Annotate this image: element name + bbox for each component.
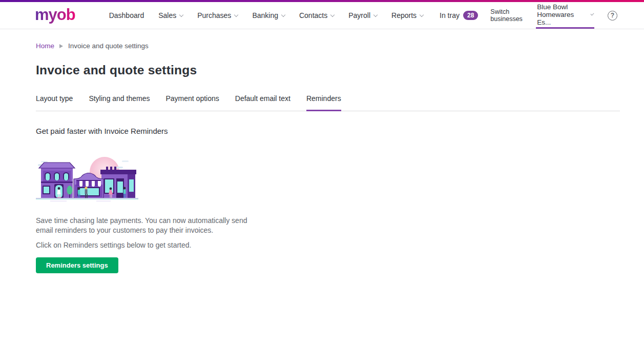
help-icon: ? [608, 11, 617, 21]
nav-in-tray[interactable]: In tray 28 [440, 11, 478, 20]
chevron-down-icon [373, 12, 378, 16]
reminders-settings-button[interactable]: Reminders settings [36, 257, 118, 273]
breadcrumb-current: Invoice and quote settings [68, 42, 149, 50]
nav-dashboard-label: Dashboard [109, 11, 144, 19]
nav-right: In tray 28 Switch businesses Blue Bowl H… [423, 2, 617, 29]
tab-default-email-text[interactable]: Default email text [235, 94, 290, 111]
chevron-down-icon [590, 12, 594, 15]
nav-bar: myob Dashboard Sales Purchases Banking C… [0, 2, 644, 29]
switch-businesses-link[interactable]: Switch businesses [490, 8, 523, 23]
breadcrumb: Home Invoice and quote settings [36, 42, 620, 50]
page-title: Invoice and quote settings [36, 63, 620, 77]
nav-payroll[interactable]: Payroll [348, 11, 377, 19]
tab-payment-options[interactable]: Payment options [165, 94, 219, 111]
nav-sales-label: Sales [158, 11, 176, 19]
nav-reports[interactable]: Reports [391, 11, 423, 19]
settings-tabs: Layout type Styling and themes Payment o… [36, 94, 620, 111]
business-selector[interactable]: Blue Bowl Homewares Es... [536, 2, 594, 29]
nav-contacts-label: Contacts [299, 11, 327, 19]
breadcrumb-home-link[interactable]: Home [36, 42, 54, 50]
help-button[interactable]: ? [608, 11, 617, 21]
top-nav: myob Dashboard Sales Purchases Banking C… [0, 0, 644, 29]
nav-purchases[interactable]: Purchases [197, 11, 238, 19]
reminders-heading: Get paid faster with Invoice Reminders [36, 127, 620, 135]
main-content: Home Invoice and quote settings Invoice … [0, 42, 644, 273]
in-tray-label: In tray [440, 11, 460, 19]
nav-reports-label: Reports [391, 11, 417, 19]
tab-reminders[interactable]: Reminders [306, 94, 341, 111]
chevron-down-icon [330, 12, 335, 16]
nav-purchases-label: Purchases [197, 11, 231, 19]
nav-contacts[interactable]: Contacts [299, 11, 334, 19]
nav-payroll-label: Payroll [348, 11, 370, 19]
nav-dashboard[interactable]: Dashboard [109, 11, 144, 19]
myob-logo[interactable]: myob [35, 7, 75, 25]
reminders-description: Save time chasing late payments. You can… [36, 216, 250, 235]
nav-sales[interactable]: Sales [158, 11, 183, 19]
breadcrumb-arrow-icon [59, 44, 63, 48]
chevron-down-icon [179, 12, 183, 16]
chevron-down-icon [234, 12, 238, 16]
business-name: Blue Bowl Homewares Es... [537, 3, 588, 26]
main-nav: Dashboard Sales Purchases Banking Contac… [109, 11, 423, 19]
nav-banking-label: Banking [252, 11, 278, 19]
tab-layout-type[interactable]: Layout type [36, 94, 73, 111]
reminders-instruction: Click on Reminders settings below to get… [36, 240, 620, 250]
storefront-illustration [36, 153, 138, 202]
chevron-down-icon [281, 12, 285, 16]
nav-banking[interactable]: Banking [252, 11, 285, 19]
in-tray-badge: 28 [463, 11, 478, 20]
tab-styling-and-themes[interactable]: Styling and themes [89, 94, 150, 111]
